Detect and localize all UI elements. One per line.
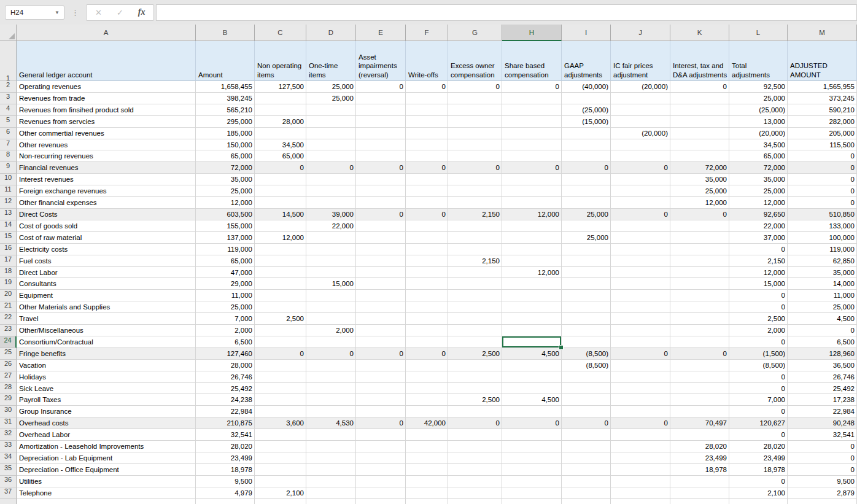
- select-all-corner[interactable]: [0, 25, 17, 41]
- cell-D10[interactable]: [306, 174, 356, 185]
- row-header-28[interactable]: 28: [0, 383, 17, 395]
- column-header-L[interactable]: L: [729, 25, 788, 41]
- cell-L34[interactable]: 23,499: [729, 452, 788, 464]
- cell-D26[interactable]: [306, 360, 356, 371]
- cell-B5[interactable]: 295,000: [196, 116, 255, 128]
- cell-G25[interactable]: 2,500: [448, 348, 502, 360]
- cell-I8[interactable]: [562, 150, 611, 162]
- cell-J5[interactable]: [611, 116, 670, 128]
- cell-I5[interactable]: (15,000): [562, 116, 611, 128]
- cell-L32[interactable]: 0: [729, 429, 788, 441]
- cell-J7[interactable]: [611, 139, 670, 151]
- cell-E29[interactable]: [356, 394, 406, 406]
- cell-H2[interactable]: 0: [502, 81, 562, 93]
- cell-A7[interactable]: Other revenues: [17, 139, 196, 151]
- cell-I38[interactable]: [562, 499, 611, 504]
- row-header-35[interactable]: 35: [0, 464, 17, 476]
- cell-L8[interactable]: 65,000: [729, 150, 788, 162]
- cell-F20[interactable]: [406, 290, 448, 301]
- cell-K33[interactable]: 28,020: [670, 441, 729, 452]
- cell-K35[interactable]: 18,978: [670, 464, 729, 476]
- cell-D2[interactable]: 25,000: [306, 81, 356, 93]
- row-header-20[interactable]: 20: [0, 290, 17, 301]
- cell-J15[interactable]: [611, 232, 670, 244]
- row-header-9[interactable]: 9: [0, 162, 17, 174]
- cell-H14[interactable]: [502, 220, 562, 232]
- cell-A5[interactable]: Revenues from servcies: [17, 116, 196, 128]
- cell-J21[interactable]: [611, 301, 670, 313]
- cell-H11[interactable]: [502, 185, 562, 197]
- cell-G8[interactable]: [448, 150, 502, 162]
- cell-K9[interactable]: 72,000: [670, 162, 729, 174]
- cell-B23[interactable]: 2,000: [196, 325, 255, 336]
- cell-I28[interactable]: [562, 383, 611, 395]
- cell-D36[interactable]: [306, 476, 356, 487]
- cell-D3[interactable]: 25,000: [306, 93, 356, 104]
- cell-M4[interactable]: 590,210: [788, 104, 857, 116]
- cell-C31[interactable]: 3,600: [255, 417, 306, 429]
- cell-E9[interactable]: 0: [356, 162, 406, 174]
- row-header-11[interactable]: 11: [0, 185, 17, 197]
- cell-F29[interactable]: [406, 394, 448, 406]
- row-header-2[interactable]: 2: [0, 81, 17, 93]
- cell-M22[interactable]: 4,500: [788, 313, 857, 325]
- cell-E13[interactable]: 0: [356, 209, 406, 220]
- cell-G3[interactable]: [448, 93, 502, 104]
- cell-F24[interactable]: [406, 336, 448, 348]
- cell-H34[interactable]: [502, 452, 562, 464]
- cell-M2[interactable]: 1,565,955: [788, 81, 857, 93]
- cell-G24[interactable]: [448, 336, 502, 348]
- cell-K20[interactable]: [670, 290, 729, 301]
- cell-H17[interactable]: [502, 255, 562, 267]
- cell-G20[interactable]: [448, 290, 502, 301]
- cell-H5[interactable]: [502, 116, 562, 128]
- cell-L18[interactable]: 12,000: [729, 267, 788, 279]
- cell-M37[interactable]: 2,879: [788, 487, 857, 499]
- cell-L2[interactable]: 92,500: [729, 81, 788, 93]
- cell-D27[interactable]: [306, 371, 356, 383]
- cell-E11[interactable]: [356, 185, 406, 197]
- cell-H33[interactable]: [502, 441, 562, 452]
- row-header-17[interactable]: 17: [0, 255, 17, 267]
- cell-E1[interactable]: Asset impairments (reversal): [356, 41, 406, 81]
- cell-B15[interactable]: 137,000: [196, 232, 255, 244]
- cell-A8[interactable]: Non-recurring revenues: [17, 150, 196, 162]
- cell-G11[interactable]: [448, 185, 502, 197]
- cell-E37[interactable]: [356, 487, 406, 499]
- cell-J35[interactable]: [611, 464, 670, 476]
- cell-E12[interactable]: [356, 197, 406, 209]
- cell-F30[interactable]: [406, 406, 448, 417]
- cell-A16[interactable]: Electricity costs: [17, 244, 196, 255]
- cell-M20[interactable]: 11,000: [788, 290, 857, 301]
- column-header-A[interactable]: A: [17, 25, 196, 41]
- cell-M16[interactable]: 119,000: [788, 244, 857, 255]
- cell-M19[interactable]: 14,000: [788, 278, 857, 290]
- cell-K24[interactable]: [670, 336, 729, 348]
- cell-C5[interactable]: 28,000: [255, 116, 306, 128]
- cell-H15[interactable]: [502, 232, 562, 244]
- cell-C9[interactable]: 0: [255, 162, 306, 174]
- cell-H20[interactable]: [502, 290, 562, 301]
- cell-H18[interactable]: 12,000: [502, 267, 562, 279]
- cell-C36[interactable]: [255, 476, 306, 487]
- cell-E5[interactable]: [356, 116, 406, 128]
- cell-F31[interactable]: 42,000: [406, 417, 448, 429]
- cell-C14[interactable]: [255, 220, 306, 232]
- cell-C7[interactable]: 34,500: [255, 139, 306, 151]
- cell-F28[interactable]: [406, 383, 448, 395]
- cell-M33[interactable]: 0: [788, 441, 857, 452]
- cell-C27[interactable]: [255, 371, 306, 383]
- cell-C21[interactable]: [255, 301, 306, 313]
- cell-M10[interactable]: 0: [788, 174, 857, 185]
- cell-C22[interactable]: 2,500: [255, 313, 306, 325]
- cell-F36[interactable]: [406, 476, 448, 487]
- cell-I9[interactable]: 0: [562, 162, 611, 174]
- cell-C17[interactable]: [255, 255, 306, 267]
- cell-F3[interactable]: [406, 93, 448, 104]
- cell-B9[interactable]: 72,000: [196, 162, 255, 174]
- cell-E19[interactable]: [356, 278, 406, 290]
- cell-L6[interactable]: (20,000): [729, 128, 788, 139]
- cell-J32[interactable]: [611, 429, 670, 441]
- cell-J22[interactable]: [611, 313, 670, 325]
- cell-I12[interactable]: [562, 197, 611, 209]
